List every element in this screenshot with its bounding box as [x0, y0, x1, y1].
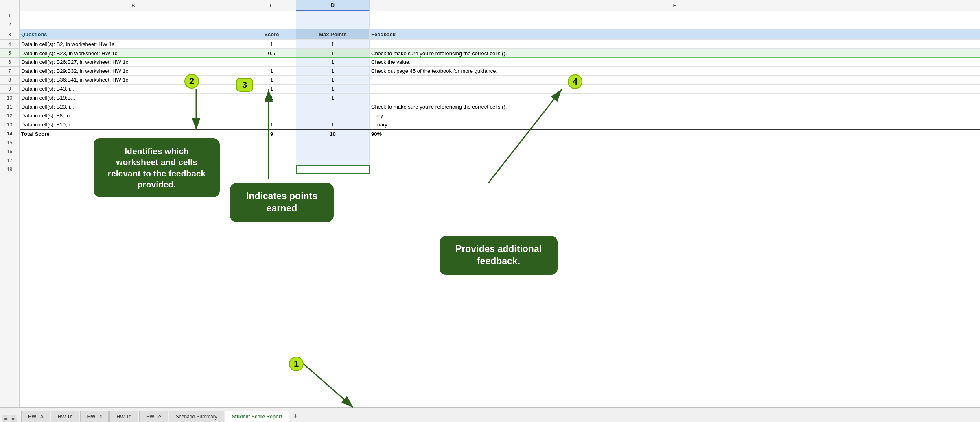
tab-hw1e[interactable]: HW 1e	[139, 411, 168, 422]
cell-b1[interactable]	[20, 11, 247, 20]
cell-b18[interactable]	[20, 165, 247, 174]
cell-d14[interactable]: 10	[296, 130, 370, 138]
cell-d11[interactable]	[296, 102, 370, 111]
cell-d18[interactable]	[296, 165, 370, 174]
cell-e8[interactable]	[370, 76, 980, 84]
cell-b7[interactable]: Data in cell(s): B29:B32, in worksheet: …	[20, 67, 247, 75]
cell-c16[interactable]	[247, 147, 296, 156]
col-header-b[interactable]: B	[20, 0, 247, 11]
cell-c12[interactable]	[247, 111, 296, 120]
cell-e15[interactable]	[370, 138, 980, 147]
cell-e11[interactable]: Check to make sure you're referencing th…	[370, 102, 980, 111]
cell-b17[interactable]	[20, 156, 247, 165]
cell-e6[interactable]: Check the value.	[370, 58, 980, 66]
cell-c6[interactable]	[247, 58, 296, 66]
cell-b15[interactable]	[20, 138, 247, 147]
col-header-c[interactable]: C	[247, 0, 296, 11]
cell-c17[interactable]	[247, 156, 296, 165]
column-headers: B C D E	[0, 0, 980, 11]
cell-e13[interactable]: ...mary	[370, 120, 980, 129]
tab-scenario-summary[interactable]: Scenario Summary	[169, 411, 224, 422]
cell-c11[interactable]	[247, 102, 296, 111]
table-row	[20, 147, 980, 156]
tab-nav-left[interactable]: ◀	[2, 415, 9, 422]
cell-e18[interactable]	[370, 165, 980, 174]
cell-d9[interactable]: 1	[296, 85, 370, 93]
cell-c15[interactable]	[247, 138, 296, 147]
cell-b16[interactable]	[20, 147, 247, 156]
cell-d5[interactable]: 1	[296, 49, 370, 57]
cell-e10[interactable]	[370, 94, 980, 102]
cell-c10[interactable]: 1	[247, 94, 296, 102]
cell-d10[interactable]: 1	[296, 94, 370, 102]
cell-b13[interactable]: Data in cell(s): F10, i...	[20, 120, 247, 129]
cell-d4[interactable]: 1	[296, 40, 370, 48]
table-row: Data in cell(s): F10, i... 1 1 ...mary	[20, 120, 980, 129]
cell-c18[interactable]	[247, 165, 296, 174]
cell-d7[interactable]: 1	[296, 67, 370, 75]
cell-c2[interactable]	[247, 20, 296, 29]
cell-e7[interactable]: Check out page 45 of the textbook for mo…	[370, 67, 980, 75]
cell-d15[interactable]	[296, 138, 370, 147]
cell-c9[interactable]: 1	[247, 85, 296, 93]
cell-e1[interactable]	[370, 11, 980, 20]
cell-d17[interactable]	[296, 156, 370, 165]
cell-e9[interactable]	[370, 85, 980, 93]
cell-c14[interactable]: 9	[247, 130, 296, 138]
cell-c7[interactable]: 1	[247, 67, 296, 75]
cell-d2[interactable]	[296, 20, 370, 29]
cell-b6[interactable]: Data in cell(s): B26:B27, in worksheet: …	[20, 58, 247, 66]
table-row	[20, 156, 980, 165]
cell-e4[interactable]	[370, 40, 980, 48]
cell-b11[interactable]: Data in cell(s): B23, i...	[20, 102, 247, 111]
row-num-14: 14	[0, 129, 19, 138]
cell-c1[interactable]	[247, 11, 296, 20]
cell-c3[interactable]: Score	[247, 29, 296, 39]
cell-d1[interactable]	[296, 11, 370, 20]
cell-d12[interactable]	[296, 111, 370, 120]
cell-d8[interactable]: 1	[296, 76, 370, 84]
cell-e14[interactable]: 90%	[370, 130, 980, 138]
row-num-16: 16	[0, 147, 19, 156]
tab-add-button[interactable]: +	[290, 411, 301, 422]
cell-b2[interactable]	[20, 20, 247, 29]
cell-e2[interactable]	[370, 20, 980, 29]
tab-hw1b[interactable]: HW 1b	[51, 411, 80, 422]
row-num-11: 11	[0, 102, 19, 111]
cell-b4[interactable]: Data in cell(s): B2, in worksheet: HW 1a	[20, 40, 247, 48]
cell-e16[interactable]	[370, 147, 980, 156]
tab-student-score-report[interactable]: Student Score Report	[225, 411, 289, 422]
row-num-6: 6	[0, 58, 19, 67]
cell-e5[interactable]: Check to make sure you're referencing th…	[370, 49, 980, 57]
col-header-e[interactable]: E	[370, 0, 980, 11]
cell-b10[interactable]: Data in cell(s): B19:B...	[20, 94, 247, 102]
table-row: Data in cell(s): B29:B32, in worksheet: …	[20, 67, 980, 76]
tab-nav-right[interactable]: ▶	[10, 415, 17, 422]
cell-c4[interactable]: 1	[247, 40, 296, 48]
cell-c5[interactable]: 0.5	[247, 49, 296, 57]
cell-b5[interactable]: Data in cell(s): B23, in worksheet: HW 1…	[20, 49, 247, 57]
tab-hw1a[interactable]: HW 1a	[21, 411, 50, 422]
cell-b8[interactable]: Data in cell(s): B36:B41, in worksheet: …	[20, 76, 247, 84]
cell-b3[interactable]: Questions	[20, 29, 247, 39]
tab-hw1d[interactable]: HW 1d	[109, 411, 138, 422]
cell-d3[interactable]: Max Points	[296, 29, 370, 39]
row-num-2: 2	[0, 20, 19, 29]
table-row: Data in cell(s): B23, i... Check to make…	[20, 102, 980, 111]
cell-d6[interactable]: 1	[296, 58, 370, 66]
cell-d13[interactable]: 1	[296, 120, 370, 129]
col-header-d[interactable]: D	[296, 0, 370, 11]
cell-b14[interactable]: Total Score	[20, 130, 247, 138]
table-row: Data in cell(s): B23, in worksheet: HW 1…	[20, 49, 980, 58]
cell-b12[interactable]: Data in cell(s): F8, in ...	[20, 111, 247, 120]
grid-content: Questions Score Max Points Feedback Data…	[20, 11, 980, 407]
cell-e17[interactable]	[370, 156, 980, 165]
cell-c13[interactable]: 1	[247, 120, 296, 129]
row-numbers: 1 2 3 4 5 6 7 8 9 10 11 12 13 14 15 16 1…	[0, 11, 20, 407]
cell-b9[interactable]: Data in cell(s): B43, i...	[20, 85, 247, 93]
tab-hw1c[interactable]: HW 1c	[80, 411, 109, 422]
cell-c8[interactable]: 1	[247, 76, 296, 84]
cell-e3[interactable]: Feedback	[370, 29, 980, 39]
cell-e12[interactable]: ...ary	[370, 111, 980, 120]
cell-d16[interactable]	[296, 147, 370, 156]
